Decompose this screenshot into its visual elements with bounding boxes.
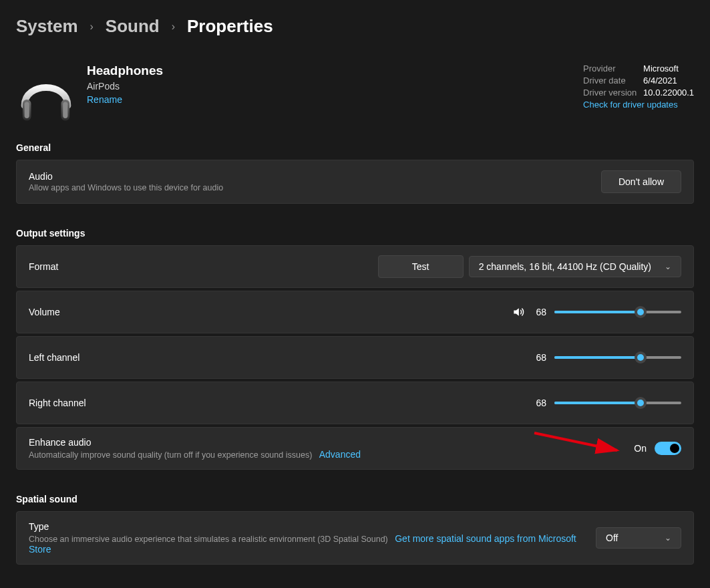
enhance-toggle-state: On — [634, 443, 647, 454]
check-driver-updates-link[interactable]: Check for driver updates — [583, 100, 678, 110]
spatial-type-card: Type Choose an immersive audio experienc… — [16, 511, 694, 565]
driver-version-value: 10.0.22000.1 — [643, 88, 694, 98]
driver-info: ProviderMicrosoft Driver date6/4/2021 Dr… — [583, 63, 694, 112]
breadcrumb-properties: Properties — [187, 16, 273, 37]
chevron-right-icon: › — [172, 21, 175, 33]
volume-value: 68 — [533, 307, 546, 317]
enhance-audio-title: Enhance audio — [29, 437, 634, 448]
test-button[interactable]: Test — [378, 255, 464, 278]
left-channel-card: Left channel 68 — [16, 336, 694, 379]
right-channel-card: Right channel 68 — [16, 382, 694, 424]
spatial-type-dropdown[interactable]: Off ⌄ — [596, 527, 681, 549]
enhance-audio-toggle[interactable] — [655, 442, 681, 455]
svg-rect-3 — [63, 102, 67, 118]
advanced-link[interactable]: Advanced — [319, 449, 361, 460]
svg-rect-2 — [25, 102, 29, 118]
spatial-type-desc: Choose an immersive audio experience tha… — [29, 535, 388, 544]
audio-title: Audio — [29, 171, 601, 182]
driver-version-label: Driver version — [583, 88, 643, 98]
audio-desc: Allow apps and Windows to use this devic… — [29, 183, 601, 192]
speaker-icon[interactable] — [512, 305, 525, 319]
format-dropdown[interactable]: 2 channels, 16 bit, 44100 Hz (CD Quality… — [469, 256, 681, 277]
headphones-icon — [16, 63, 76, 124]
format-card: Format Test 2 channels, 16 bit, 44100 Hz… — [16, 245, 694, 288]
enhance-audio-card: Enhance audio Automatically improve soun… — [16, 427, 694, 470]
volume-card: Volume 68 — [16, 291, 694, 333]
chevron-right-icon: › — [90, 21, 94, 33]
left-channel-label: Left channel — [29, 352, 533, 363]
driver-date-label: Driver date — [583, 76, 643, 86]
audio-card: Audio Allow apps and Windows to use this… — [16, 160, 694, 204]
provider-label: Provider — [583, 63, 643, 74]
device-model: AirPods — [87, 81, 163, 92]
right-channel-value: 68 — [533, 398, 546, 408]
breadcrumb-sound[interactable]: Sound — [106, 16, 160, 37]
provider-value: Microsoft — [643, 63, 679, 74]
right-channel-label: Right channel — [29, 398, 533, 408]
right-channel-slider[interactable] — [554, 402, 681, 404]
device-name: Headphones — [87, 63, 163, 78]
left-channel-slider[interactable] — [554, 356, 681, 359]
spatial-type-value: Off — [606, 533, 618, 543]
device-header: Headphones AirPods Rename ProviderMicros… — [16, 63, 694, 124]
dont-allow-button[interactable]: Don't allow — [601, 170, 681, 193]
chevron-down-icon: ⌄ — [665, 533, 671, 543]
rename-link[interactable]: Rename — [87, 94, 122, 105]
enhance-audio-desc: Automatically improve sound quality (tur… — [29, 450, 312, 460]
volume-slider[interactable] — [554, 311, 681, 313]
format-label: Format — [29, 261, 378, 272]
left-channel-value: 68 — [533, 352, 546, 363]
spatial-type-title: Type — [29, 521, 596, 532]
breadcrumb: System › Sound › Properties — [16, 16, 694, 37]
volume-label: Volume — [29, 307, 512, 317]
spatial-sound-heading: Spatial sound — [16, 494, 694, 504]
driver-date-value: 6/4/2021 — [643, 76, 677, 86]
chevron-down-icon: ⌄ — [665, 262, 671, 271]
output-settings-heading: Output settings — [16, 228, 694, 239]
format-dropdown-value: 2 channels, 16 bit, 44100 Hz (CD Quality… — [479, 261, 651, 272]
breadcrumb-system[interactable]: System — [16, 16, 78, 37]
general-heading: General — [16, 142, 694, 153]
